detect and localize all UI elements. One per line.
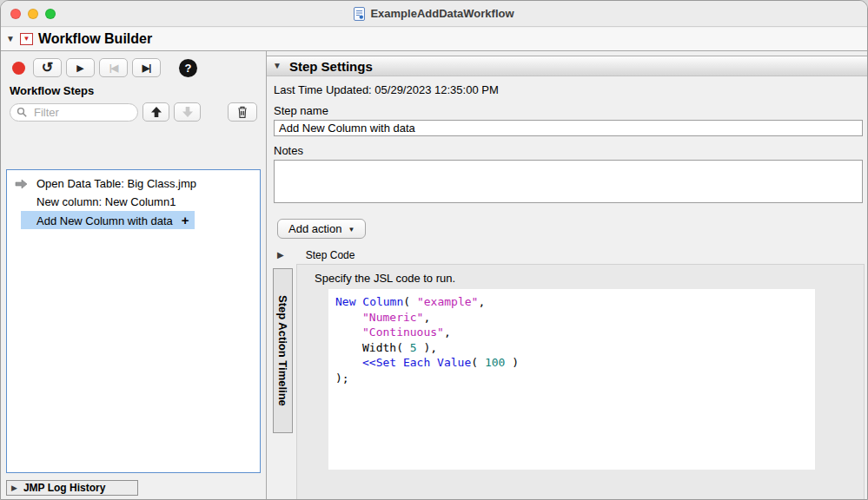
code-intro-text: Specify the JSL code to run. (315, 272, 864, 285)
step-name-input[interactable] (274, 120, 863, 136)
workflow-step[interactable]: Open Data Table: Big Class.jmp (7, 174, 260, 193)
add-data-plus-icon: + (182, 213, 189, 227)
step-code-editor[interactable]: New Column( "example","Numeric","Continu… (328, 289, 815, 470)
step-code-disclosure-icon[interactable]: ▶ (277, 251, 284, 260)
step-settings-panel: ▼ Step Settings Last Time Updated: 05/29… (267, 51, 867, 499)
chevron-down-icon: ▼ (348, 226, 354, 234)
traffic-lights (10, 9, 56, 19)
reset-icon: ↺ (42, 59, 53, 76)
delete-step-button[interactable] (228, 102, 257, 122)
workflow-steps-panel: ↺ ▶ |◀ ▶| ? Workflow Steps (1, 51, 267, 499)
workflow-toolbar: ↺ ▶ |◀ ▶| ? (1, 51, 266, 77)
workflow-steps-list: Open Data Table: Big Class.jmpNew column… (6, 169, 261, 473)
jmp-log-history[interactable]: ▶ JMP Log History (6, 480, 138, 496)
filter-search-box[interactable] (10, 103, 138, 122)
question-icon: ? (185, 62, 192, 75)
red-triangle-icon: ▼ (23, 36, 30, 43)
code-line: New Column( "example", (335, 294, 808, 310)
code-line: "Numeric", (335, 310, 808, 326)
last-updated-text: Last Time Updated: 05/29/2023 12:35:00 P… (274, 83, 867, 96)
workflow-step-label: New column: New Column1 (31, 194, 181, 210)
add-action-label: Add action (288, 222, 341, 235)
filter-row (10, 102, 257, 122)
notes-textarea[interactable] (274, 160, 863, 203)
arrow-up-icon (150, 106, 162, 118)
reset-button[interactable]: ↺ (33, 58, 62, 77)
step-code-header-row: ▶ Step Code (277, 249, 867, 261)
step-forward-button[interactable]: ▶| (132, 58, 161, 77)
run-button[interactable]: ▶ (66, 58, 95, 77)
notes-label: Notes (274, 144, 867, 157)
window-title: ExampleAddDataWorkflow (370, 7, 514, 20)
workflow-step-label: Add New Column with data+ (21, 211, 195, 229)
arrow-down-icon (182, 106, 194, 118)
record-icon (12, 62, 25, 75)
code-line: Width( 5 ), (335, 340, 808, 356)
step-action-timeline-tab[interactable]: Step Action Timeline (273, 268, 293, 433)
step-back-button[interactable]: |◀ (99, 58, 128, 77)
workflow-builder-header: ▼ ▼ Workflow Builder (1, 28, 867, 51)
trash-icon (236, 105, 248, 119)
workflow-step[interactable]: New column: New Column1 (7, 193, 260, 211)
help-button[interactable]: ? (179, 59, 197, 77)
workflow-step[interactable]: Add New Column with data+ (7, 211, 260, 229)
workflow-builder-title: Workflow Builder (38, 31, 152, 47)
step-settings-disclosure-icon[interactable]: ▼ (273, 62, 282, 70)
step-name-label: Step name (274, 104, 867, 117)
move-step-down-button[interactable] (174, 102, 201, 122)
code-line: <<Set Each Value( 100 ) (335, 355, 808, 371)
search-icon (17, 107, 28, 118)
window-title-group: ExampleAddDataWorkflow (354, 7, 514, 21)
add-action-button[interactable]: Add action ▼ (277, 219, 366, 239)
filter-input[interactable] (32, 105, 131, 120)
workflow-builder-disclosure-icon[interactable]: ▼ (6, 35, 15, 43)
step-code-region: Step Action Timeline Specify the JSL cod… (267, 264, 867, 500)
workflow-step-label: Open Data Table: Big Class.jmp (31, 175, 202, 192)
step-code-label: Step Code (306, 249, 355, 261)
zoom-button[interactable] (45, 9, 56, 19)
jmp-workflow-builder-window: ExampleAddDataWorkflow ▼ ▼ Workflow Buil… (0, 0, 868, 500)
move-step-up-button[interactable] (142, 102, 169, 122)
workflow-document-icon (354, 7, 365, 21)
record-button[interactable] (8, 58, 29, 77)
minimize-button[interactable] (28, 9, 38, 19)
current-step-arrow-icon (10, 179, 31, 189)
step-settings-header: ▼ Step Settings (267, 56, 867, 76)
log-history-title: JMP Log History (23, 482, 105, 494)
red-triangle-menu-button[interactable]: ▼ (20, 33, 33, 45)
close-button[interactable] (10, 9, 21, 19)
titlebar: ExampleAddDataWorkflow (1, 1, 867, 27)
step-back-icon: |◀ (109, 62, 118, 74)
step-code-panel: Specify the JSL code to run. New Column(… (296, 264, 865, 500)
code-line: ); (335, 371, 808, 386)
log-history-disclosure-icon: ▶ (11, 484, 17, 492)
step-settings-title: Step Settings (289, 59, 373, 74)
step-forward-icon: ▶| (142, 62, 151, 74)
play-icon: ▶ (76, 62, 83, 74)
workflow-steps-title: Workflow Steps (10, 84, 266, 97)
code-line: "Continuous", (335, 325, 808, 340)
